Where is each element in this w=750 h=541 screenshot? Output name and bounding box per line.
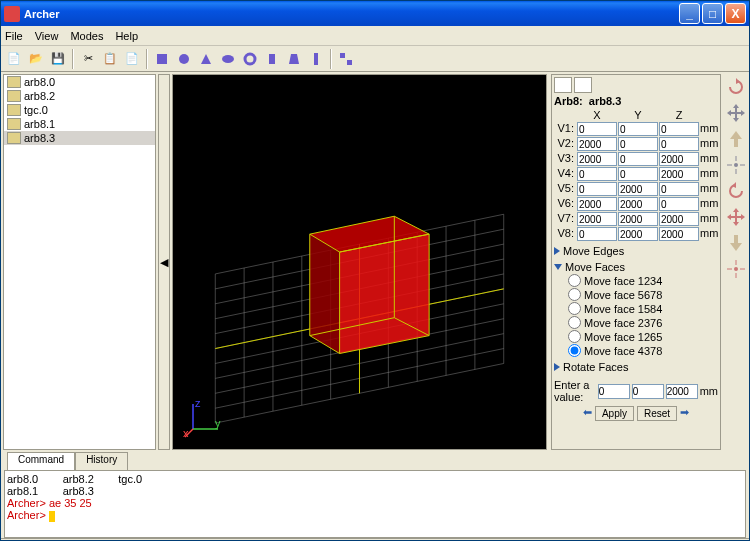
tree-item[interactable]: arb8.0 <box>4 75 155 89</box>
face-radio[interactable] <box>568 288 581 301</box>
rotate-ccw-icon[interactable] <box>725 180 747 202</box>
prop-tab-1[interactable] <box>554 77 572 93</box>
cut-icon[interactable]: ✂ <box>78 49 98 69</box>
shape-cyl-icon[interactable] <box>262 49 282 69</box>
viewport-3d[interactable]: z y x <box>172 74 547 450</box>
maximize-button[interactable]: □ <box>702 3 723 24</box>
tree-panel: arb8.0arb8.2tgc.0arb8.1arb8.3 <box>3 74 156 450</box>
face-radio[interactable] <box>568 316 581 329</box>
cursor-icon <box>49 511 55 522</box>
vz-input[interactable] <box>659 122 699 136</box>
vx-input[interactable] <box>577 197 617 211</box>
comb-icon[interactable] <box>336 49 356 69</box>
vy-input[interactable] <box>618 197 658 211</box>
shape-tgc-icon[interactable] <box>284 49 304 69</box>
vx-input[interactable] <box>577 212 617 226</box>
shape-tor-icon[interactable] <box>240 49 260 69</box>
shape-sph-icon[interactable] <box>174 49 194 69</box>
vy-input[interactable] <box>618 182 658 196</box>
rotate-cw-icon[interactable] <box>725 76 747 98</box>
apply-button[interactable]: Apply <box>595 406 634 421</box>
section-rotate-faces[interactable]: Rotate Faces <box>554 361 718 373</box>
menu-file[interactable]: File <box>5 30 23 42</box>
svg-text:y: y <box>215 417 221 429</box>
vz-input[interactable] <box>659 152 699 166</box>
toolbar: 📄 📂 💾 ✂ 📋 📄 <box>1 46 749 72</box>
face-radio[interactable] <box>568 274 581 287</box>
face-radio[interactable] <box>568 302 581 315</box>
tree-item[interactable]: tgc.0 <box>4 103 155 117</box>
vz-input[interactable] <box>659 227 699 241</box>
center-icon[interactable] <box>725 154 747 176</box>
menu-help[interactable]: Help <box>115 30 138 42</box>
menubar: File View Modes Help <box>1 26 749 46</box>
vx-input[interactable] <box>577 122 617 136</box>
enter-x-input[interactable] <box>598 384 630 399</box>
tree-item[interactable]: arb8.1 <box>4 117 155 131</box>
vy-input[interactable] <box>618 122 658 136</box>
menu-view[interactable]: View <box>35 30 59 42</box>
reset-button[interactable]: Reset <box>637 406 677 421</box>
next-icon[interactable]: ➡ <box>680 406 689 421</box>
shape-ell-icon[interactable] <box>218 49 238 69</box>
app-icon <box>4 6 20 22</box>
tab-command[interactable]: Command <box>7 452 75 470</box>
vy-input[interactable] <box>618 137 658 151</box>
vz-input[interactable] <box>659 167 699 181</box>
object-icon <box>7 118 21 130</box>
face-radio[interactable] <box>568 344 581 357</box>
menu-modes[interactable]: Modes <box>70 30 103 42</box>
vy-input[interactable] <box>618 152 658 166</box>
svg-rect-5 <box>269 54 275 64</box>
shape-cone-icon[interactable] <box>196 49 216 69</box>
svg-point-45 <box>734 267 738 271</box>
close-button[interactable]: X <box>725 3 746 24</box>
vz-input[interactable] <box>659 182 699 196</box>
object-icon <box>7 76 21 88</box>
prop-tab-2[interactable] <box>574 77 592 93</box>
svg-marker-29 <box>733 104 739 108</box>
tree-item[interactable]: arb8.2 <box>4 89 155 103</box>
vy-input[interactable] <box>618 227 658 241</box>
up-icon[interactable] <box>725 128 747 150</box>
section-move-faces[interactable]: Move Faces <box>554 261 718 273</box>
paste-icon[interactable]: 📄 <box>122 49 142 69</box>
collapse-left-handle[interactable]: ◀ <box>158 74 170 450</box>
section-move-edges[interactable]: Move Edges <box>554 245 718 257</box>
pan2-icon[interactable] <box>725 206 747 228</box>
shape-arb8-icon[interactable] <box>152 49 172 69</box>
pan-icon[interactable] <box>725 102 747 124</box>
enter-z-input[interactable] <box>666 384 698 399</box>
down-icon[interactable] <box>725 232 747 254</box>
minimize-button[interactable]: _ <box>679 3 700 24</box>
center2-icon[interactable] <box>725 258 747 280</box>
vy-input[interactable] <box>618 167 658 181</box>
vz-input[interactable] <box>659 137 699 151</box>
tree-item[interactable]: arb8.3 <box>4 131 155 145</box>
tab-history[interactable]: History <box>75 452 128 470</box>
object-icon <box>7 132 21 144</box>
vx-input[interactable] <box>577 137 617 151</box>
vx-input[interactable] <box>577 182 617 196</box>
copy-icon[interactable]: 📋 <box>100 49 120 69</box>
vx-input[interactable] <box>577 227 617 241</box>
svg-marker-2 <box>201 54 211 64</box>
vx-input[interactable] <box>577 167 617 181</box>
titlebar: Archer _ □ X <box>1 1 749 26</box>
vz-input[interactable] <box>659 212 699 226</box>
shape-pipe-icon[interactable] <box>306 49 326 69</box>
object-icon <box>7 104 21 116</box>
enter-y-input[interactable] <box>632 384 664 399</box>
vy-input[interactable] <box>618 212 658 226</box>
vz-input[interactable] <box>659 197 699 211</box>
console[interactable]: arb8.0 arb8.2 tgc.0 arb8.1 arb8.3 Archer… <box>4 470 746 538</box>
prev-icon[interactable]: ⬅ <box>583 406 592 421</box>
face-radio[interactable] <box>568 330 581 343</box>
new-icon[interactable]: 📄 <box>4 49 24 69</box>
svg-marker-30 <box>733 118 739 122</box>
open-icon[interactable]: 📂 <box>26 49 46 69</box>
svg-point-1 <box>179 54 189 64</box>
bottom-panel: Command History arb8.0 arb8.2 tgc.0 arb8… <box>1 452 749 538</box>
save-icon[interactable]: 💾 <box>48 49 68 69</box>
vx-input[interactable] <box>577 152 617 166</box>
